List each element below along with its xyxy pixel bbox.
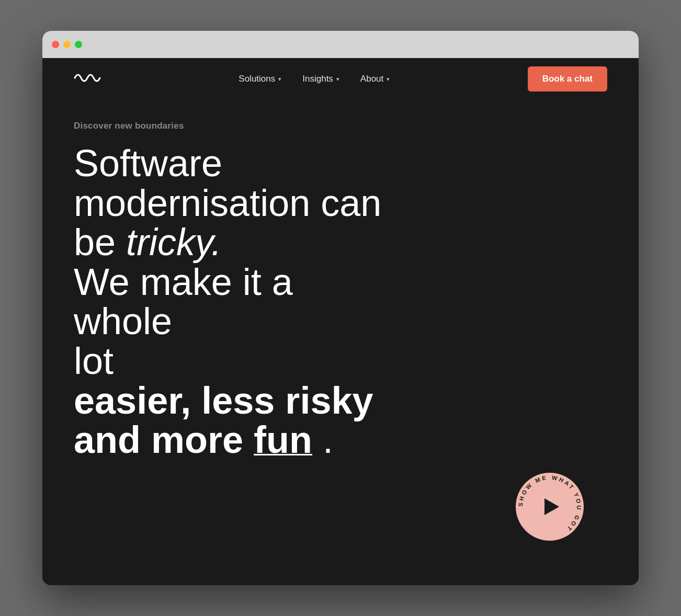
book-chat-button[interactable]: Book a chat (528, 66, 607, 92)
browser-window: Solutions ▾ Insights ▾ About ▾ Book a ch… (42, 31, 639, 585)
hero-bold-line-2: and more fun . (74, 419, 333, 461)
logo[interactable] (74, 71, 101, 87)
website-content: Solutions ▾ Insights ▾ About ▾ Book a ch… (42, 58, 639, 585)
hero-heading: Software modernisation can be tricky. We… (74, 144, 398, 460)
hero-underline-fun: fun (254, 419, 312, 461)
nav-links: Solutions ▾ Insights ▾ About ▾ (239, 74, 390, 84)
play-button[interactable]: SHOW ME WHAT YOU GOT (513, 470, 586, 543)
close-button-icon[interactable] (52, 41, 59, 48)
hero-line-2: modernisation can (74, 182, 381, 224)
minimize-button-icon[interactable] (63, 41, 71, 48)
hero-period: . (312, 419, 333, 461)
hero-line-3: be tricky. (74, 221, 222, 263)
browser-chrome (42, 31, 639, 58)
hero-bold-line-1: easier, less risky (74, 380, 373, 421)
fullscreen-button-icon[interactable] (75, 41, 82, 48)
chevron-down-icon: ▾ (336, 76, 339, 83)
chevron-down-icon: ▾ (278, 76, 281, 83)
hero-section: Discover new boundaries Software moderni… (42, 100, 639, 585)
logo-symbol (74, 71, 101, 87)
navigation: Solutions ▾ Insights ▾ About ▾ Book a ch… (42, 58, 639, 100)
traffic-lights (52, 41, 82, 48)
hero-italic-tricky: tricky. (126, 221, 222, 263)
hero-eyebrow: Discover new boundaries (74, 121, 607, 131)
nav-link-about[interactable]: About ▾ (360, 74, 390, 84)
hero-line-1: Software (74, 142, 222, 184)
play-icon (544, 498, 559, 515)
nav-link-insights[interactable]: Insights ▾ (302, 74, 339, 84)
nav-link-solutions[interactable]: Solutions ▾ (239, 74, 281, 84)
hero-line-5: lot (74, 340, 114, 382)
hero-line-4: We make it a whole (74, 261, 293, 343)
chevron-down-icon: ▾ (387, 76, 390, 83)
